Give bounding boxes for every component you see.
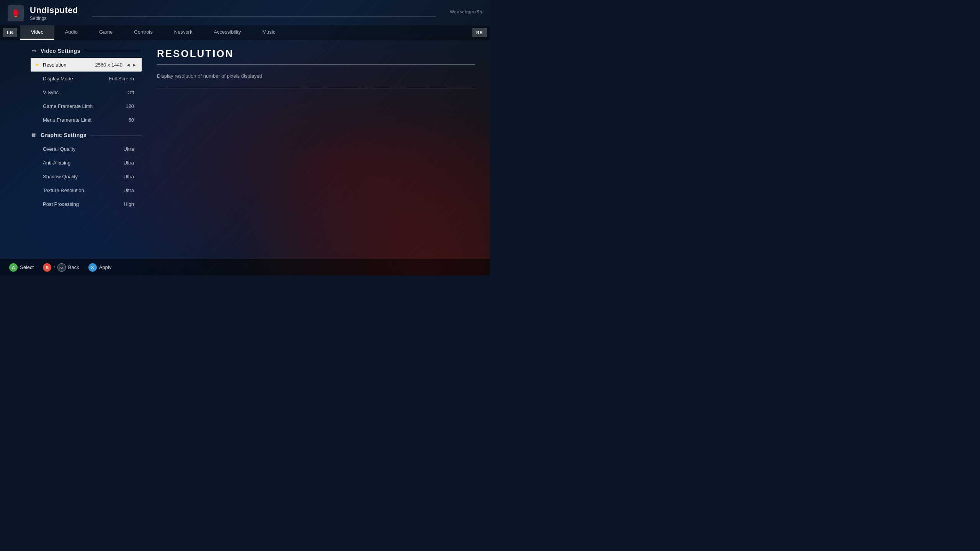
header: 🥊 Undisputed Settings Weaselguns5h — [0, 0, 490, 25]
select-action[interactable]: A Select — [9, 263, 34, 272]
tab-network[interactable]: Network — [163, 25, 203, 40]
texture-resolution-value: Ultra — [124, 187, 134, 193]
apply-label: Apply — [99, 264, 112, 270]
vsync-value: Off — [127, 90, 134, 95]
app-subtitle: Settings — [30, 16, 78, 21]
setting-row-shadow-quality[interactable]: Shadow Quality Ultra — [31, 170, 142, 183]
app-icon: 🥊 — [8, 5, 24, 21]
star-icon: ★ — [35, 62, 43, 67]
slash-separator: / — [54, 264, 55, 270]
back-label: Back — [68, 264, 79, 270]
app-title: Undisputed — [30, 6, 78, 15]
menu-framerate-value: 60 — [129, 117, 134, 123]
main-area: ▭ Video Settings ★ Resolution 2560 x 144… — [0, 40, 490, 259]
shadow-quality-value: Ultra — [124, 174, 134, 179]
anti-aliasing-label: Anti-Aliasing — [43, 160, 124, 166]
texture-resolution-label: Texture Resolution — [43, 187, 124, 193]
header-username: Weaselguns5h — [450, 10, 482, 14]
a-button-icon: A — [9, 263, 18, 272]
tab-accessibility[interactable]: Accessibility — [203, 25, 252, 40]
video-settings-header: ▭ Video Settings — [31, 48, 142, 54]
bottom-bar: A Select B / ○ Back X Apply — [0, 259, 490, 276]
setting-row-anti-aliasing[interactable]: Anti-Aliasing Ultra — [31, 156, 142, 170]
tab-lb-button[interactable]: LB — [3, 28, 17, 37]
monitor-icon: ▭ — [31, 48, 37, 54]
arrow-right-icon[interactable]: ▶ — [132, 62, 137, 67]
app-icon-symbol: 🥊 — [11, 9, 20, 18]
tab-game[interactable]: Game — [88, 25, 123, 40]
apply-action[interactable]: X Apply — [88, 263, 112, 272]
settings-panel: ▭ Video Settings ★ Resolution 2560 x 144… — [0, 40, 142, 259]
menu-framerate-label: Menu Framerate Limit — [43, 117, 129, 123]
tab-bar: LB Video Audio Game Controls Network Acc… — [0, 25, 490, 40]
setting-row-menu-framerate[interactable]: Menu Framerate Limit 60 — [31, 113, 142, 127]
game-framerate-value: 120 — [126, 103, 134, 109]
select-label: Select — [20, 264, 34, 270]
post-processing-label: Post Processing — [43, 201, 124, 207]
game-framerate-label: Game Framerate Limit — [43, 103, 126, 109]
resolution-label: Resolution — [43, 62, 95, 68]
graphic-section-divider — [90, 135, 142, 135]
setting-row-overall-quality[interactable]: Overall Quality Ultra — [31, 142, 142, 156]
header-divider — [92, 16, 436, 17]
anti-aliasing-value: Ultra — [124, 160, 134, 166]
resolution-arrows[interactable]: ◀ ▶ — [126, 62, 137, 67]
resolution-value: 980 x 551 — [95, 62, 122, 68]
b-button-icon: B — [43, 263, 51, 272]
detail-title: RESOLUTION — [157, 48, 475, 60]
setting-row-resolution[interactable]: ★ Resolution 980 x 551 ◀ ▶ — [31, 58, 142, 72]
overall-quality-value: Ultra — [124, 146, 134, 152]
tab-controls[interactable]: Controls — [123, 25, 163, 40]
overall-quality-label: Overall Quality — [43, 146, 124, 152]
post-processing-value: High — [124, 201, 134, 207]
display-mode-value: Full Screen — [109, 76, 134, 82]
graphic-settings-header: ⊠ Graphic Settings — [31, 132, 142, 138]
graphic-icon: ⊠ — [31, 132, 37, 138]
detail-bottom-divider — [157, 88, 475, 88]
graphic-settings-label: Graphic Settings — [41, 132, 87, 138]
back-action[interactable]: B / ○ Back — [43, 263, 79, 272]
section-divider — [84, 51, 142, 51]
shadow-quality-label: Shadow Quality — [43, 174, 124, 179]
setting-row-post-processing[interactable]: Post Processing High — [31, 197, 142, 211]
video-settings-label: Video Settings — [41, 48, 80, 54]
detail-panel: RESOLUTION Display resolution of number … — [142, 40, 490, 259]
vsync-label: V-Sync — [43, 90, 127, 95]
tab-video[interactable]: Video — [20, 25, 54, 40]
tab-rb-button[interactable]: RB — [472, 28, 487, 37]
setting-row-game-framerate[interactable]: Game Framerate Limit 120 — [31, 99, 142, 113]
setting-row-texture-resolution[interactable]: Texture Resolution Ultra — [31, 183, 142, 197]
detail-title-divider — [157, 64, 475, 65]
display-mode-label: Display Mode — [43, 76, 109, 82]
tab-audio[interactable]: Audio — [54, 25, 88, 40]
setting-row-vsync[interactable]: V-Sync Off — [31, 85, 142, 99]
tab-music[interactable]: Music — [252, 25, 286, 40]
x-button-icon: X — [88, 263, 97, 272]
arrow-left-icon[interactable]: ◀ — [126, 62, 131, 67]
setting-row-display-mode[interactable]: Display Mode Full Screen — [31, 72, 142, 85]
circle-button-icon: ○ — [57, 263, 66, 272]
header-text: Undisputed Settings — [30, 6, 78, 21]
detail-description: Display resolution of number of pixels d… — [157, 72, 475, 80]
